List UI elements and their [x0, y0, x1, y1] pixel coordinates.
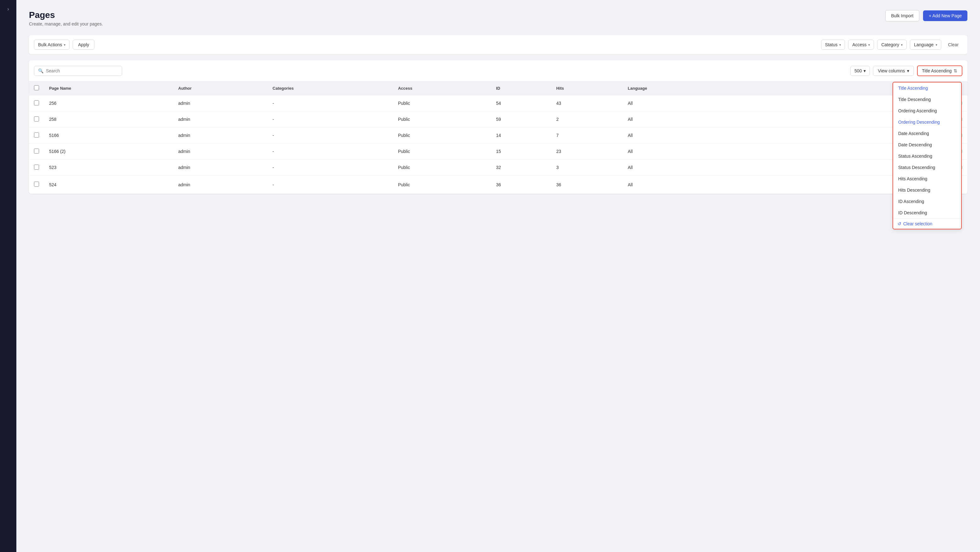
cell-author: admin: [173, 143, 267, 159]
bulk-actions-dropdown[interactable]: Bulk Actions ▾: [34, 40, 70, 50]
category-filter-dropdown[interactable]: Category ▾: [877, 40, 907, 50]
cell-author: admin: [173, 111, 267, 127]
row-checkbox-2[interactable]: [34, 132, 39, 138]
column-access: Access: [393, 81, 491, 95]
cell-categories: -: [267, 95, 393, 111]
sort-option-ordering-ascending[interactable]: Ordering Ascending: [893, 105, 961, 116]
cell-page-name: 524: [44, 176, 173, 194]
cell-id: 54: [491, 95, 551, 111]
table-row: 258 admin - Public 59 2 All: [29, 111, 967, 127]
cell-access: Public: [393, 159, 491, 176]
cell-page-name: 5166: [44, 127, 173, 143]
cell-language: All: [623, 127, 741, 143]
cell-access: Public: [393, 127, 491, 143]
cell-access: Public: [393, 143, 491, 159]
language-filter-dropdown[interactable]: Language ▾: [910, 40, 941, 50]
cell-id: 32: [491, 159, 551, 176]
main-content: Pages Create, manage, and edit your page…: [16, 0, 980, 552]
cell-categories: -: [267, 176, 393, 194]
cell-hits: 23: [551, 143, 623, 159]
table-header-row: Page Name Author Categories Access ID Hi…: [29, 81, 967, 95]
cell-id: 15: [491, 143, 551, 159]
access-filter-dropdown[interactable]: Access ▾: [848, 40, 874, 50]
row-checkbox-4[interactable]: [34, 165, 39, 170]
cell-language: All: [623, 143, 741, 159]
clear-button[interactable]: Clear: [945, 40, 963, 49]
cell-hits: 2: [551, 111, 623, 127]
language-chevron-icon: ▾: [935, 43, 937, 46]
row-checkbox-1[interactable]: [34, 116, 39, 121]
cell-categories: -: [267, 111, 393, 127]
toolbar: Bulk Actions ▾ Apply Status ▾ Access ▾ C…: [29, 35, 967, 54]
cell-author: admin: [173, 95, 267, 111]
column-page-name: Page Name: [44, 81, 173, 95]
sort-option-hits-descending[interactable]: Hits Descending: [893, 185, 961, 196]
apply-button[interactable]: Apply: [73, 40, 94, 50]
header-actions: Bulk Import + Add New Page: [885, 10, 968, 21]
sort-option-date-ascending[interactable]: Date Ascending: [893, 128, 961, 139]
row-checkbox-cell: [29, 111, 44, 127]
category-chevron-icon: ▾: [901, 43, 903, 46]
status-chevron-icon: ▾: [839, 43, 841, 46]
sort-dropdown: Title Ascending Title Descending Orderin…: [892, 82, 962, 229]
cell-language: All: [623, 159, 741, 176]
row-checkbox-3[interactable]: [34, 148, 39, 154]
page-title-block: Pages Create, manage, and edit your page…: [29, 10, 103, 26]
status-filter-dropdown[interactable]: Status ▾: [821, 40, 845, 50]
view-columns-chevron-icon: ▾: [907, 68, 909, 73]
row-checkbox-cell: [29, 95, 44, 111]
sort-dropdown-button[interactable]: Title Ascending ⇅ Title Ascending Title …: [917, 65, 963, 76]
cell-page-name: 258: [44, 111, 173, 127]
row-checkbox-0[interactable]: [34, 100, 39, 105]
bulk-import-button[interactable]: Bulk Import: [885, 10, 920, 21]
cell-id: 36: [491, 176, 551, 194]
sidebar: ›: [0, 0, 16, 552]
sort-option-id-ascending[interactable]: ID Ascending: [893, 196, 961, 207]
sort-option-ordering-descending[interactable]: Ordering Descending: [893, 116, 961, 128]
clear-selection-label: Clear selection: [903, 221, 932, 226]
row-checkbox-5[interactable]: [34, 181, 39, 187]
search-input[interactable]: [46, 68, 118, 73]
select-all-checkbox[interactable]: [34, 85, 39, 90]
pages-table: Page Name Author Categories Access ID Hi…: [29, 81, 967, 194]
cell-page-name: 5166 (2): [44, 143, 173, 159]
table-controls-right: 500 ▾ View columns ▾ Title Ascending ⇅ T…: [850, 65, 963, 76]
per-page-dropdown[interactable]: 500 ▾: [850, 66, 870, 76]
cell-hits: 7: [551, 127, 623, 143]
sort-option-hits-ascending[interactable]: Hits Ascending: [893, 173, 961, 185]
refresh-icon: ↺: [897, 221, 901, 226]
search-box: 🔍: [34, 66, 122, 76]
sort-option-title-descending[interactable]: Title Descending: [893, 94, 961, 105]
cell-access: Public: [393, 111, 491, 127]
row-checkbox-cell: [29, 159, 44, 176]
table-row: 5166 (2) admin - Public 15 23 All: [29, 143, 967, 159]
cell-language: All: [623, 176, 741, 194]
search-icon: 🔍: [38, 68, 43, 73]
column-id: ID: [491, 81, 551, 95]
cell-hits: 3: [551, 159, 623, 176]
toolbar-right: Status ▾ Access ▾ Category ▾ Language ▾ …: [821, 40, 963, 50]
cell-categories: -: [267, 159, 393, 176]
sidebar-toggle[interactable]: ›: [7, 6, 9, 12]
access-chevron-icon: ▾: [868, 43, 870, 46]
column-author: Author: [173, 81, 267, 95]
sort-option-status-ascending[interactable]: Status Ascending: [893, 150, 961, 162]
row-checkbox-cell: [29, 176, 44, 194]
view-columns-button[interactable]: View columns ▾: [873, 66, 913, 76]
sort-option-status-descending[interactable]: Status Descending: [893, 162, 961, 173]
sort-icon: ⇅: [954, 68, 957, 73]
add-new-page-button[interactable]: + Add New Page: [923, 10, 967, 21]
sort-option-id-descending[interactable]: ID Descending: [893, 207, 961, 218]
sort-option-title-ascending[interactable]: Title Ascending: [893, 83, 961, 94]
column-categories: Categories: [267, 81, 393, 95]
table-row: 256 admin - Public 54 43 All: [29, 95, 967, 111]
cell-language: All: [623, 95, 741, 111]
cell-id: 14: [491, 127, 551, 143]
column-language: Language: [623, 81, 741, 95]
sort-label: Title Ascending: [922, 68, 952, 73]
sort-clear-selection[interactable]: ↺ Clear selection: [893, 218, 961, 229]
bulk-actions-chevron-icon: ▾: [64, 43, 65, 46]
table-row: 5166 admin - Public 14 7 All: [29, 127, 967, 143]
page-header: Pages Create, manage, and edit your page…: [29, 10, 967, 26]
sort-option-date-descending[interactable]: Date Descending: [893, 139, 961, 150]
